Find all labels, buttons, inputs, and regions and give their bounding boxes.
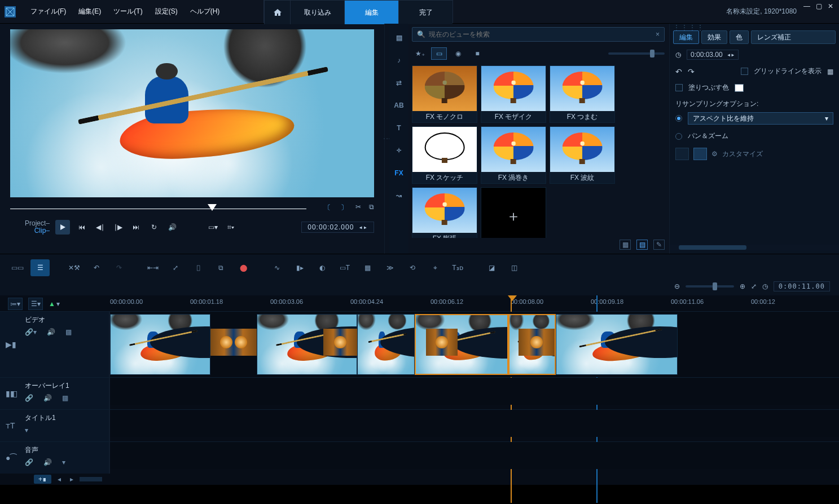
play-button[interactable] xyxy=(55,220,70,235)
opt-tab-color[interactable]: 色 xyxy=(730,30,749,44)
video-clip[interactable] xyxy=(556,314,678,375)
lib-edit-icon[interactable]: ✎ xyxy=(653,240,665,250)
cat-fx-icon[interactable]: FX xyxy=(392,167,406,179)
audio-mix-button[interactable]: ∿ xyxy=(267,259,287,276)
scroll-right-icon[interactable]: ▸ xyxy=(67,475,76,483)
fx-thumb-mosaic[interactable]: FX モザイク xyxy=(481,65,546,123)
menu-settings[interactable]: 設定(S) xyxy=(155,7,178,16)
zoom-slider[interactable] xyxy=(686,285,734,288)
cat-motion-icon[interactable]: ↝ xyxy=(392,189,406,202)
playhead-icon[interactable] xyxy=(208,204,217,211)
mute-icon[interactable]: 🔊 xyxy=(43,458,52,466)
tab-import[interactable]: 取り込み xyxy=(290,1,344,24)
opt-tab-edit[interactable]: 編集 xyxy=(673,30,699,44)
redo-button[interactable]: ↷ xyxy=(109,259,129,276)
fx-add-button[interactable]: ＋ xyxy=(481,187,546,238)
add-track-tab[interactable]: +∎ xyxy=(34,475,51,484)
snap-button[interactable]: ⌷ xyxy=(188,259,208,276)
tab-edit[interactable]: 編集 xyxy=(344,1,398,24)
time-ruler[interactable]: 00:00:00.00 00:00:01.18 00:00:03.06 00:0… xyxy=(110,295,839,311)
timeline-scrollbar[interactable]: +∎ ◂ ▸ xyxy=(0,474,839,485)
zoom-fit-icon[interactable]: ⤢ xyxy=(751,282,757,290)
tracking-button[interactable]: ⌖ xyxy=(425,259,445,276)
grid-checkbox[interactable] xyxy=(741,68,748,75)
menu-help[interactable]: ヘルプ(H) xyxy=(190,7,220,16)
volume-button[interactable]: 🔊 xyxy=(166,221,178,233)
split-screen-button[interactable]: ▦ xyxy=(358,259,377,276)
clear-search-icon[interactable]: × xyxy=(656,30,660,38)
mute-icon[interactable]: 🔊 xyxy=(47,328,55,336)
resample-keep-radio[interactable] xyxy=(675,115,682,122)
minimize-icon[interactable]: — xyxy=(803,2,810,10)
options-scrollbar[interactable] xyxy=(670,245,839,250)
subtitles-button[interactable]: ▭T xyxy=(335,259,354,276)
maximize-icon[interactable]: ▢ xyxy=(816,2,822,10)
tab-home[interactable] xyxy=(264,1,290,24)
loop-button[interactable]: ↻ xyxy=(148,221,160,233)
grid-settings-icon[interactable]: ▦ xyxy=(827,68,833,76)
transition-clip[interactable] xyxy=(323,329,357,356)
step-back-button[interactable]: ◀∣ xyxy=(94,221,106,233)
customize-label[interactable]: カスタマイズ xyxy=(722,149,763,159)
undo-button[interactable]: ↶ xyxy=(87,259,106,276)
lib-view-list-icon[interactable]: ▦ xyxy=(620,240,631,250)
timeline-view-button[interactable]: ☰ xyxy=(30,259,50,276)
flag-left-icon[interactable]: ↶ xyxy=(675,67,682,76)
3d-title-button[interactable]: T₃ᴅ xyxy=(448,259,467,276)
transition-clip[interactable] xyxy=(210,329,257,356)
resample-select[interactable]: アスペクト比を維持▾ xyxy=(688,112,833,125)
cat-titles-icon[interactable]: AB xyxy=(392,99,406,112)
scissors-icon[interactable]: ✂ xyxy=(355,203,361,213)
insert-marker-icon[interactable]: ▲ xyxy=(49,300,55,308)
view-audio-button[interactable]: ◉ xyxy=(450,47,466,60)
panzoom-radio[interactable] xyxy=(675,133,682,140)
transition-clip[interactable] xyxy=(426,329,458,356)
fx-thumb-brightness[interactable]: FX 膨張 xyxy=(412,187,477,238)
audio-lane[interactable] xyxy=(110,442,839,469)
opt-tab-lens[interactable]: レンズ補正 xyxy=(751,30,836,44)
expand-track-icon[interactable]: ▾ xyxy=(62,458,65,466)
library-search-input[interactable] xyxy=(429,30,652,38)
link-icon[interactable]: 🔗 xyxy=(25,394,33,402)
view-solid-button[interactable]: ■ xyxy=(469,47,485,60)
video-clip[interactable] xyxy=(110,314,210,375)
overlay-lane[interactable] xyxy=(110,378,839,405)
zoom-out-icon[interactable]: ⊖ xyxy=(674,282,680,290)
record-button[interactable]: ⬤ xyxy=(234,259,253,276)
zoom-in-icon[interactable]: ⊕ xyxy=(740,282,745,290)
mark-in-icon[interactable]: 〔 xyxy=(324,203,331,213)
track-visibility-button[interactable]: ☰▾ xyxy=(28,298,43,310)
project-duration[interactable]: 0:00:11.00 xyxy=(774,281,830,291)
preset-2-button[interactable] xyxy=(693,148,707,160)
preview-viewport[interactable] xyxy=(10,29,374,197)
fit-button[interactable]: ⤢ xyxy=(166,259,185,276)
mosaic-icon[interactable]: ▩ xyxy=(65,328,72,336)
pane-resize-handle[interactable]: ⋮ xyxy=(385,24,389,254)
duration-field[interactable]: 0:00:03.00 ◂▸ xyxy=(687,50,739,60)
mark-out-icon[interactable]: 〕 xyxy=(341,203,348,213)
cat-overlays-icon[interactable]: ✧ xyxy=(392,144,406,157)
cat-media-icon[interactable]: ▤ xyxy=(392,32,406,44)
tab-finish[interactable]: 完了 xyxy=(398,1,453,24)
color-grading-button[interactable]: ◪ xyxy=(482,259,501,276)
cat-transitions-icon[interactable]: ⇄ xyxy=(392,77,406,89)
ripple-button[interactable]: ⧉ xyxy=(211,259,230,276)
fx-thumb-pinch[interactable]: FX つまむ xyxy=(550,65,615,123)
chapter-button[interactable]: ▮▸ xyxy=(290,259,309,276)
view-thumbs-button[interactable]: ▭ xyxy=(431,47,447,60)
preview-scrubber[interactable]: 〔 〕 ✂ ⧉ xyxy=(10,203,374,215)
menu-file[interactable]: ファイル(F) xyxy=(30,7,66,16)
cat-text-icon[interactable]: T xyxy=(392,122,406,134)
cat-audio-icon[interactable]: ♪ xyxy=(392,54,406,67)
mask-button[interactable]: ◐ xyxy=(313,259,332,276)
close-icon[interactable]: ✕ xyxy=(828,2,833,10)
title-lane[interactable] xyxy=(110,410,839,437)
mosaic-icon[interactable]: ▩ xyxy=(62,394,68,402)
guides-button[interactable]: ⌗▾ xyxy=(225,221,237,233)
go-end-button[interactable]: ⏭ xyxy=(130,221,142,233)
fill-color-swatch[interactable] xyxy=(735,84,744,92)
fx-thumb-mono[interactable]: FX モノクロ xyxy=(412,65,477,123)
fx-thumb-ripple[interactable]: FX 波紋 xyxy=(550,126,615,184)
fx-thumb-vortex[interactable]: FX 渦巻き xyxy=(481,126,546,184)
go-start-button[interactable]: ⏮ xyxy=(76,221,88,233)
